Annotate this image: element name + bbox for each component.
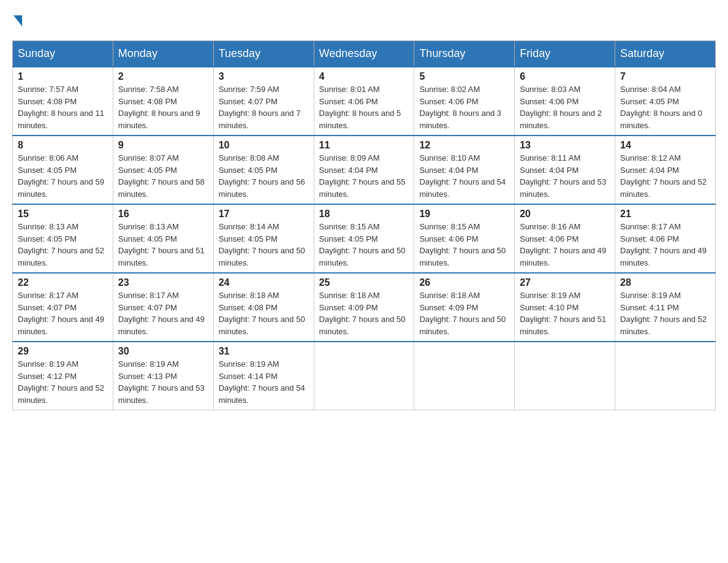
calendar-cell: 13Sunrise: 8:11 AMSunset: 4:04 PMDayligh… (515, 136, 615, 204)
calendar-cell: 31Sunrise: 8:19 AMSunset: 4:14 PMDayligh… (213, 342, 314, 410)
day-number: 1 (18, 71, 108, 82)
day-info: Sunrise: 8:17 AMSunset: 4:07 PMDaylight:… (18, 289, 108, 337)
day-info: Sunrise: 8:03 AMSunset: 4:06 PMDaylight:… (520, 83, 610, 131)
calendar-cell: 10Sunrise: 8:08 AMSunset: 4:05 PMDayligh… (213, 136, 314, 204)
calendar-cell: 12Sunrise: 8:10 AMSunset: 4:04 PMDayligh… (414, 136, 515, 204)
calendar-cell: 5Sunrise: 8:02 AMSunset: 4:06 PMDaylight… (414, 67, 515, 136)
day-info: Sunrise: 8:15 AMSunset: 4:05 PMDaylight:… (319, 221, 409, 269)
week-row-4: 22Sunrise: 8:17 AMSunset: 4:07 PMDayligh… (13, 273, 716, 342)
week-row-5: 29Sunrise: 8:19 AMSunset: 4:12 PMDayligh… (13, 342, 716, 410)
calendar-cell: 11Sunrise: 8:09 AMSunset: 4:04 PMDayligh… (314, 136, 414, 204)
page-header (12, 12, 716, 28)
day-info: Sunrise: 8:18 AMSunset: 4:09 PMDaylight:… (319, 289, 409, 337)
day-number: 27 (520, 277, 610, 288)
calendar-cell: 18Sunrise: 8:15 AMSunset: 4:05 PMDayligh… (314, 204, 414, 273)
day-number: 12 (419, 140, 509, 151)
week-row-3: 15Sunrise: 8:13 AMSunset: 4:05 PMDayligh… (13, 204, 716, 273)
calendar-cell: 24Sunrise: 8:18 AMSunset: 4:08 PMDayligh… (213, 273, 314, 342)
day-number: 30 (118, 346, 208, 357)
day-info: Sunrise: 8:19 AMSunset: 4:11 PMDaylight:… (620, 289, 710, 337)
day-number: 23 (118, 277, 208, 288)
day-number: 3 (219, 71, 309, 82)
day-info: Sunrise: 7:58 AMSunset: 4:08 PMDaylight:… (118, 83, 208, 131)
calendar-cell: 28Sunrise: 8:19 AMSunset: 4:11 PMDayligh… (615, 273, 716, 342)
calendar-cell: 4Sunrise: 8:01 AMSunset: 4:06 PMDaylight… (314, 67, 414, 136)
day-number: 5 (419, 71, 509, 82)
weekday-header-wednesday: Wednesday (314, 41, 414, 67)
day-number: 13 (520, 140, 610, 151)
day-number: 16 (118, 209, 208, 220)
calendar-cell: 30Sunrise: 8:19 AMSunset: 4:13 PMDayligh… (113, 342, 213, 410)
day-number: 9 (118, 140, 208, 151)
day-info: Sunrise: 8:08 AMSunset: 4:05 PMDaylight:… (219, 152, 309, 200)
day-number: 2 (118, 71, 208, 82)
day-number: 8 (18, 140, 108, 151)
calendar-cell: 9Sunrise: 8:07 AMSunset: 4:05 PMDaylight… (113, 136, 213, 204)
weekday-header-saturday: Saturday (615, 41, 716, 67)
weekday-header-row: SundayMondayTuesdayWednesdayThursdayFrid… (13, 41, 716, 67)
logo (12, 12, 22, 28)
day-number: 21 (620, 209, 710, 220)
calendar-cell: 7Sunrise: 8:04 AMSunset: 4:05 PMDaylight… (615, 67, 716, 136)
day-number: 14 (620, 140, 710, 151)
day-number: 28 (620, 277, 710, 288)
calendar-cell: 29Sunrise: 8:19 AMSunset: 4:12 PMDayligh… (13, 342, 113, 410)
calendar-cell: 27Sunrise: 8:19 AMSunset: 4:10 PMDayligh… (515, 273, 615, 342)
calendar-cell: 21Sunrise: 8:17 AMSunset: 4:06 PMDayligh… (615, 204, 716, 273)
calendar-cell: 6Sunrise: 8:03 AMSunset: 4:06 PMDaylight… (515, 67, 615, 136)
day-number: 17 (219, 209, 309, 220)
day-number: 25 (319, 277, 409, 288)
day-number: 29 (18, 346, 108, 357)
day-number: 31 (219, 346, 309, 357)
calendar-cell: 17Sunrise: 8:14 AMSunset: 4:05 PMDayligh… (213, 204, 314, 273)
calendar-cell (314, 342, 414, 410)
day-number: 26 (419, 277, 509, 288)
day-info: Sunrise: 8:19 AMSunset: 4:12 PMDaylight:… (18, 358, 108, 406)
day-number: 20 (520, 209, 610, 220)
day-info: Sunrise: 8:01 AMSunset: 4:06 PMDaylight:… (319, 83, 409, 131)
week-row-2: 8Sunrise: 8:06 AMSunset: 4:05 PMDaylight… (13, 136, 716, 204)
weekday-header-tuesday: Tuesday (213, 41, 314, 67)
day-info: Sunrise: 8:13 AMSunset: 4:05 PMDaylight:… (118, 221, 208, 269)
day-info: Sunrise: 8:14 AMSunset: 4:05 PMDaylight:… (219, 221, 309, 269)
weekday-header-sunday: Sunday (13, 41, 113, 67)
day-info: Sunrise: 8:07 AMSunset: 4:05 PMDaylight:… (118, 152, 208, 200)
day-info: Sunrise: 7:57 AMSunset: 4:08 PMDaylight:… (18, 83, 108, 131)
calendar-cell (414, 342, 515, 410)
day-number: 22 (18, 277, 108, 288)
week-row-1: 1Sunrise: 7:57 AMSunset: 4:08 PMDaylight… (13, 67, 716, 136)
calendar-cell: 16Sunrise: 8:13 AMSunset: 4:05 PMDayligh… (113, 204, 213, 273)
calendar-cell: 8Sunrise: 8:06 AMSunset: 4:05 PMDaylight… (13, 136, 113, 204)
calendar-table: SundayMondayTuesdayWednesdayThursdayFrid… (12, 40, 716, 410)
day-info: Sunrise: 8:04 AMSunset: 4:05 PMDaylight:… (620, 83, 710, 131)
day-info: Sunrise: 8:10 AMSunset: 4:04 PMDaylight:… (419, 152, 509, 200)
day-number: 10 (219, 140, 309, 151)
day-info: Sunrise: 8:16 AMSunset: 4:06 PMDaylight:… (520, 221, 610, 269)
day-info: Sunrise: 8:19 AMSunset: 4:13 PMDaylight:… (118, 358, 208, 406)
day-info: Sunrise: 8:18 AMSunset: 4:09 PMDaylight:… (419, 289, 509, 337)
day-number: 4 (319, 71, 409, 82)
day-info: Sunrise: 8:19 AMSunset: 4:14 PMDaylight:… (219, 358, 309, 406)
calendar-cell: 15Sunrise: 8:13 AMSunset: 4:05 PMDayligh… (13, 204, 113, 273)
calendar-cell (615, 342, 716, 410)
day-number: 18 (319, 209, 409, 220)
day-info: Sunrise: 8:02 AMSunset: 4:06 PMDaylight:… (419, 83, 509, 131)
logo-triangle-icon (13, 15, 22, 26)
day-info: Sunrise: 8:19 AMSunset: 4:10 PMDaylight:… (520, 289, 610, 337)
day-info: Sunrise: 8:09 AMSunset: 4:04 PMDaylight:… (319, 152, 409, 200)
day-info: Sunrise: 8:13 AMSunset: 4:05 PMDaylight:… (18, 221, 108, 269)
day-info: Sunrise: 8:17 AMSunset: 4:06 PMDaylight:… (620, 221, 710, 269)
calendar-cell: 1Sunrise: 7:57 AMSunset: 4:08 PMDaylight… (13, 67, 113, 136)
day-info: Sunrise: 8:18 AMSunset: 4:08 PMDaylight:… (219, 289, 309, 337)
day-number: 7 (620, 71, 710, 82)
calendar-cell: 3Sunrise: 7:59 AMSunset: 4:07 PMDaylight… (213, 67, 314, 136)
weekday-header-thursday: Thursday (414, 41, 515, 67)
day-number: 19 (419, 209, 509, 220)
day-info: Sunrise: 8:12 AMSunset: 4:04 PMDaylight:… (620, 152, 710, 200)
day-info: Sunrise: 8:11 AMSunset: 4:04 PMDaylight:… (520, 152, 610, 200)
calendar-cell (515, 342, 615, 410)
calendar-cell: 26Sunrise: 8:18 AMSunset: 4:09 PMDayligh… (414, 273, 515, 342)
day-info: Sunrise: 8:17 AMSunset: 4:07 PMDaylight:… (118, 289, 208, 337)
calendar-cell: 19Sunrise: 8:15 AMSunset: 4:06 PMDayligh… (414, 204, 515, 273)
day-info: Sunrise: 8:06 AMSunset: 4:05 PMDaylight:… (18, 152, 108, 200)
